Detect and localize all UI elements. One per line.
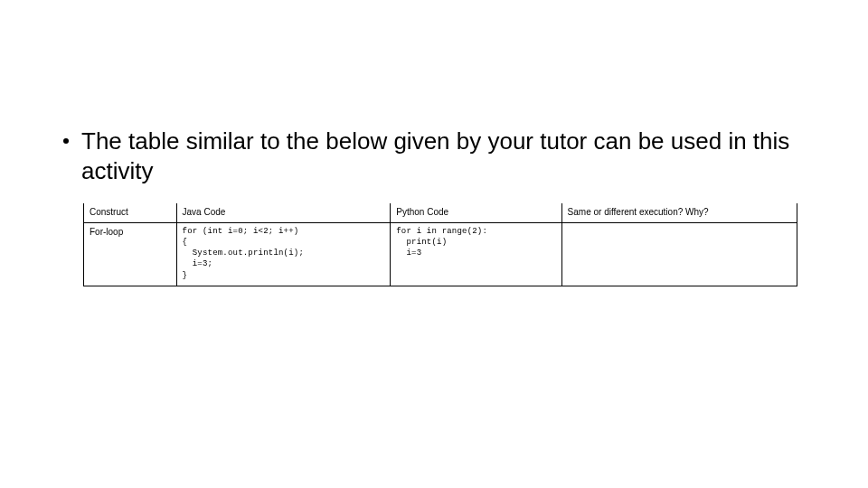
code-comparison-table: Construct Java Code Python Code Same or … bbox=[83, 203, 797, 286]
table-header-python: Python Code bbox=[391, 203, 561, 223]
cell-same bbox=[561, 223, 797, 286]
table-row: For-loop for (int i=0; i<2; i++) { Syste… bbox=[84, 223, 797, 286]
java-code-block: for (int i=0; i<2; i++) { System.out.pri… bbox=[183, 226, 385, 281]
code-comparison-table-wrap: Construct Java Code Python Code Same or … bbox=[83, 203, 797, 286]
table-header-construct: Construct bbox=[84, 203, 177, 223]
slide-content: The table similar to the below given by … bbox=[0, 0, 868, 286]
cell-java-code: for (int i=0; i<2; i++) { System.out.pri… bbox=[176, 223, 391, 286]
table-header-java: Java Code bbox=[176, 203, 391, 223]
table-header-row: Construct Java Code Python Code Same or … bbox=[84, 203, 797, 223]
table-header-same: Same or different execution? Why? bbox=[561, 203, 797, 223]
bullet-dot-icon bbox=[63, 138, 69, 144]
cell-python-code: for i in range(2): print(i) i=3 bbox=[391, 223, 561, 286]
python-code-block: for i in range(2): print(i) i=3 bbox=[396, 226, 555, 258]
bullet-text: The table similar to the below given by … bbox=[81, 127, 805, 187]
bullet-item: The table similar to the below given by … bbox=[63, 127, 805, 187]
cell-construct: For-loop bbox=[84, 223, 177, 286]
